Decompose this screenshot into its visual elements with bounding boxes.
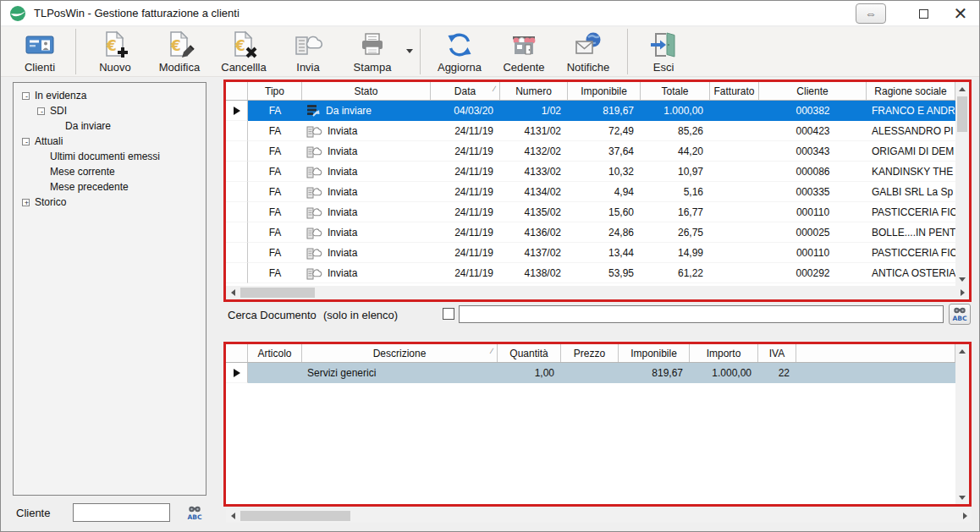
- printer-icon: [357, 30, 388, 60]
- column-header[interactable]: Descrizione: [302, 344, 498, 362]
- scroll-right-button[interactable]: [955, 286, 969, 299]
- cliente-input[interactable]: [73, 503, 170, 522]
- column-header[interactable]: IVA: [758, 344, 796, 362]
- document-row[interactable]: FA: [226, 222, 969, 243]
- column-header[interactable]: Data: [431, 82, 500, 100]
- scroll-down-button[interactable]: [955, 272, 969, 286]
- stampa-dropdown-caret[interactable]: [406, 49, 413, 53]
- sent-cloud-icon: [306, 123, 322, 139]
- svg-text:€: €: [234, 37, 245, 54]
- tree-item[interactable]: Da inviare: [14, 118, 206, 134]
- column-header[interactable]: Imponibile: [568, 82, 641, 100]
- column-header[interactable]: Prezzo: [561, 344, 619, 362]
- document-row[interactable]: FA: [226, 243, 969, 263]
- modifica-button[interactable]: € Modifica: [147, 27, 212, 75]
- refresh-icon: [444, 30, 475, 60]
- document-row[interactable]: FA: [226, 162, 969, 182]
- invia-button[interactable]: Invia: [276, 27, 340, 75]
- toolbar-label: Cancellla: [221, 61, 266, 74]
- sent-cloud-icon: [306, 144, 322, 159]
- tree-expander-icon[interactable]: [22, 199, 30, 206]
- document-row[interactable]: FA: [226, 141, 969, 162]
- esci-button[interactable]: Esci: [635, 27, 692, 75]
- toolbar-label: Stampa: [354, 61, 392, 74]
- row-selector-cell: [226, 263, 248, 283]
- column-header[interactable]: Imponibile: [619, 344, 690, 362]
- documents-vertical-scrollbar[interactable]: [955, 82, 969, 286]
- tree-item[interactable]: Storico: [14, 195, 206, 210]
- column-header[interactable]: Cliente: [759, 82, 867, 100]
- scroll-right-button[interactable]: [958, 509, 972, 523]
- scroll-up-button[interactable]: [955, 82, 969, 96]
- cliente-abc-button[interactable]: ABC: [184, 502, 206, 523]
- tree-item[interactable]: Ultimi documenti emessi: [14, 149, 206, 164]
- column-header[interactable]: Numero: [500, 82, 568, 100]
- clienti-button[interactable]: Clienti: [11, 27, 69, 75]
- column-header[interactable]: [226, 82, 248, 100]
- column-header[interactable]: Importo: [690, 344, 758, 362]
- column-header[interactable]: Ragione sociale: [867, 82, 955, 100]
- column-header[interactable]: Fatturato: [710, 82, 759, 100]
- scroll-left-button[interactable]: [226, 286, 239, 299]
- detail-horizontal-scrollbar[interactable]: [226, 509, 972, 523]
- toolbar-label: Invia: [296, 61, 319, 74]
- tree-item[interactable]: SDI: [14, 103, 206, 118]
- document-euro-x-icon: €: [228, 30, 259, 60]
- scroll-up-button[interactable]: [955, 344, 969, 358]
- toolbar-label: Aggiorna: [438, 61, 482, 74]
- stampa-button[interactable]: Stampa: [340, 27, 405, 75]
- column-header[interactable]: Totale: [641, 82, 710, 100]
- resize-button[interactable]: ⇔: [856, 3, 886, 24]
- column-header[interactable]: [796, 344, 955, 362]
- column-header[interactable]: Tipo: [248, 82, 302, 100]
- column-header[interactable]: Stato: [302, 82, 431, 100]
- row-selector-cell: [226, 222, 248, 243]
- detail-grid-panel: Articolo Descrizione Quantità Prezzo Imp…: [223, 342, 972, 507]
- document-row[interactable]: FA: [226, 182, 969, 202]
- close-button[interactable]: ✕: [942, 2, 979, 26]
- tree-item[interactable]: Mese precedente: [14, 179, 206, 195]
- search-checkbox[interactable]: [443, 308, 454, 320]
- tree-item[interactable]: In evidenza: [14, 88, 206, 103]
- maximize-button[interactable]: [905, 2, 942, 26]
- column-header[interactable]: Articolo: [248, 344, 302, 362]
- scroll-thumb[interactable]: [240, 511, 350, 521]
- scroll-down-button[interactable]: [955, 491, 969, 504]
- svg-text:ABC: ABC: [187, 513, 202, 520]
- row-selector-cell: [226, 243, 248, 263]
- tree-item[interactable]: Mese corrente: [14, 164, 206, 179]
- tree-expander-icon[interactable]: [22, 138, 30, 145]
- cancella-button[interactable]: € Cancellla: [212, 27, 276, 75]
- window-title: TLPosWin - Gestione fatturazione a clien…: [34, 7, 239, 19]
- clients-card-icon: [25, 30, 55, 60]
- document-row[interactable]: FA: [226, 202, 969, 222]
- document-row[interactable]: FA: [226, 101, 969, 121]
- documents-horizontal-scrollbar[interactable]: [226, 286, 969, 299]
- search-document-label: Cerca Documento: [228, 309, 317, 321]
- tree-item[interactable]: Attuali: [14, 134, 206, 149]
- queued-send-icon: [306, 103, 321, 118]
- document-row[interactable]: FA: [226, 121, 969, 141]
- scroll-thumb[interactable]: [240, 288, 315, 298]
- column-header[interactable]: Quantità: [498, 344, 561, 362]
- tree-expander-icon[interactable]: [37, 107, 45, 115]
- aggiorna-button[interactable]: Aggiorna: [427, 27, 492, 75]
- search-abc-button[interactable]: ABC: [949, 304, 971, 325]
- column-header[interactable]: [226, 344, 248, 362]
- notifiche-button[interactable]: Notifiche: [556, 27, 620, 75]
- detail-row[interactable]: Servizi generici 1,00 819,67 1.000,00 22: [226, 363, 969, 383]
- folder-tree-panel: In evidenza SDI Da inviare Attuali Ultim…: [13, 82, 206, 496]
- toolbar-label: Cedente: [503, 61, 544, 74]
- detail-vertical-scrollbar[interactable]: [955, 344, 969, 504]
- search-input[interactable]: [459, 305, 944, 323]
- toolbar-separator: [420, 29, 421, 74]
- maximize-icon: [919, 9, 928, 19]
- row-selector-cell: [226, 182, 248, 202]
- scroll-left-button[interactable]: [226, 509, 239, 523]
- nuovo-button[interactable]: € Nuovo: [83, 27, 147, 75]
- sent-cloud-icon: [306, 184, 322, 200]
- cedente-button[interactable]: Cedente: [492, 27, 556, 75]
- document-row[interactable]: FA: [226, 263, 969, 283]
- tree-expander-icon[interactable]: [22, 92, 30, 100]
- scroll-thumb[interactable]: [957, 96, 967, 132]
